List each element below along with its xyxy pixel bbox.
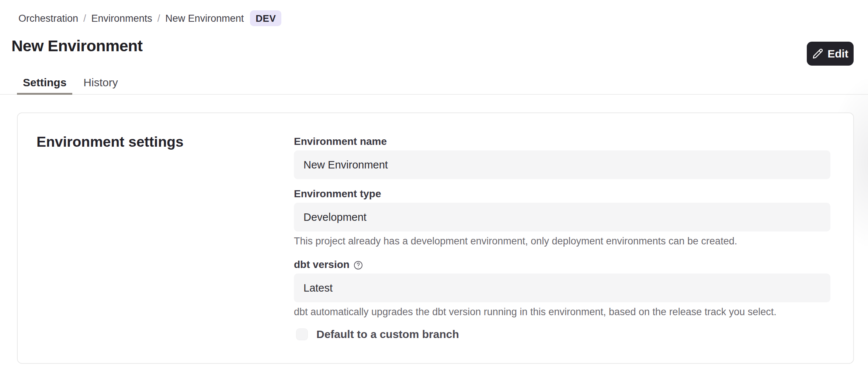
- breadcrumb-item-orchestration[interactable]: Orchestration: [18, 12, 78, 25]
- environment-dev-badge: DEV: [250, 10, 281, 26]
- edit-button-label: Edit: [827, 48, 848, 60]
- breadcrumb-item-environments[interactable]: Environments: [91, 12, 152, 25]
- environment-settings-form: Environment name New Environment Environ…: [294, 135, 830, 341]
- breadcrumb-separator: /: [157, 12, 160, 25]
- dbt-version-helper-text: dbt automatically upgrades the dbt versi…: [294, 306, 830, 318]
- custom-branch-checkbox[interactable]: [296, 328, 308, 340]
- dbt-version-input[interactable]: Latest: [294, 274, 830, 302]
- tab-settings[interactable]: Settings: [17, 72, 72, 95]
- page-title: New Environment: [11, 37, 143, 55]
- edit-button[interactable]: Edit: [807, 42, 854, 66]
- dbt-version-label-row: dbt version: [294, 258, 830, 271]
- environment-name-label: Environment name: [294, 135, 830, 148]
- environment-type-helper-text: This project already has a development e…: [294, 235, 830, 247]
- dbt-version-label: dbt version: [294, 258, 350, 271]
- environment-name-input[interactable]: New Environment: [294, 150, 830, 179]
- breadcrumb: Orchestration / Environments / New Envir…: [18, 10, 281, 26]
- environment-type-label: Environment type: [294, 188, 830, 200]
- pencil-icon: [812, 48, 823, 59]
- tab-history[interactable]: History: [77, 72, 124, 95]
- tab-bar-divider: [0, 94, 868, 95]
- breadcrumb-item-new-environment[interactable]: New Environment: [165, 12, 244, 25]
- card-heading: Environment settings: [37, 134, 184, 150]
- tab-bar: Settings History: [17, 72, 124, 95]
- field-dbt-version: dbt version Latest dbt automatically upg…: [294, 258, 830, 318]
- custom-branch-row: Default to a custom branch: [294, 328, 830, 341]
- field-environment-type: Environment type Development This projec…: [294, 188, 830, 247]
- field-environment-name: Environment name New Environment: [294, 135, 830, 179]
- environment-settings-card: Environment settings Environment name Ne…: [17, 112, 854, 364]
- environment-type-input[interactable]: Development: [294, 203, 830, 231]
- custom-branch-checkbox-label[interactable]: Default to a custom branch: [316, 328, 459, 341]
- breadcrumb-separator: /: [83, 12, 86, 25]
- question-mark-circle-icon[interactable]: [353, 260, 363, 270]
